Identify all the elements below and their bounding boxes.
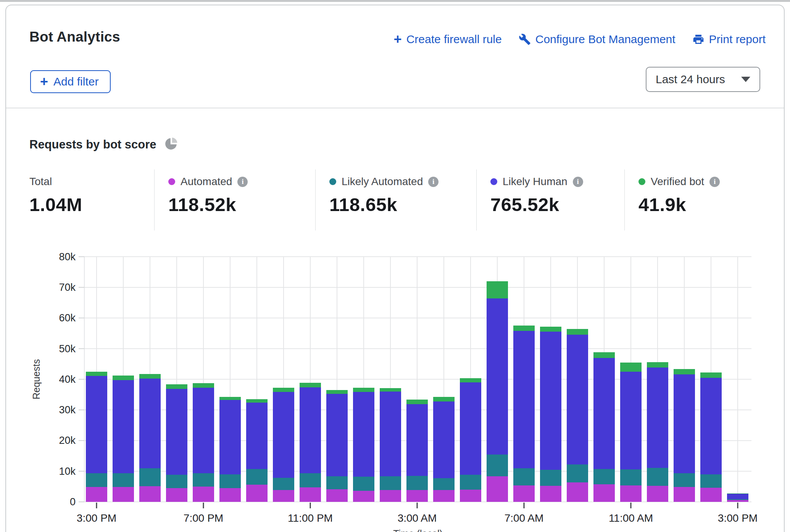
- chart-bar[interactable]: [513, 326, 535, 502]
- chart-bar[interactable]: [86, 372, 107, 502]
- stat-likely-automated: Likely Automated i 118.65k: [315, 169, 476, 231]
- chart-bar[interactable]: [460, 378, 481, 502]
- svg-text:3:00 PM: 3:00 PM: [77, 512, 116, 524]
- stat-likely-automated-value: 118.65k: [329, 194, 476, 215]
- add-filter-label: Add filter: [53, 75, 98, 88]
- header-divider: [6, 108, 784, 108]
- requests-by-bot-score-chart[interactable]: 010k20k30k40k50k60k70k80k3:00 PM7:00 PM1…: [6, 239, 790, 532]
- svg-text:60k: 60k: [59, 312, 76, 324]
- time-range-select[interactable]: Last 24 hours: [646, 67, 760, 92]
- svg-text:10k: 10k: [59, 466, 76, 477]
- time-range-value: Last 24 hours: [656, 73, 741, 86]
- chart-bar[interactable]: [380, 388, 401, 502]
- chart-bar[interactable]: [433, 397, 455, 502]
- y-axis-tick-labels: 010k20k30k40k50k60k70k80k: [59, 251, 76, 508]
- header-actions: + Create firewall rule Configure Bot Man…: [394, 33, 766, 46]
- stat-likely-human-label: Likely Human: [503, 176, 568, 188]
- configure-bot-management-link[interactable]: Configure Bot Management: [519, 33, 676, 46]
- svg-text:0: 0: [70, 496, 76, 508]
- verified-bot-dot-icon: [638, 178, 645, 185]
- add-filter-button[interactable]: + Add filter: [30, 70, 111, 93]
- svg-text:3:00 AM: 3:00 AM: [398, 512, 437, 524]
- print-report-label: Print report: [709, 33, 766, 46]
- printer-icon: [692, 33, 705, 45]
- stat-verified-bot-value: 41.9k: [638, 194, 762, 215]
- bot-analytics-card: Bot Analytics + Create firewall rule Con…: [5, 5, 785, 532]
- wrench-icon: [519, 33, 531, 45]
- stat-likely-human: Likely Human i 765.52k: [476, 169, 624, 231]
- stat-total-label: Total: [29, 176, 52, 188]
- chevron-down-icon: [741, 77, 750, 82]
- svg-text:70k: 70k: [59, 282, 76, 293]
- section-title-row: Requests by bot score: [29, 137, 178, 153]
- svg-text:30k: 30k: [59, 404, 76, 416]
- chart-bar[interactable]: [620, 363, 642, 502]
- stat-verified-bot-label: Verified bot: [651, 176, 704, 188]
- svg-text:20k: 20k: [59, 435, 76, 446]
- chart-bar[interactable]: [246, 399, 268, 502]
- chart-bar[interactable]: [273, 388, 294, 502]
- likely-human-dot-icon: [490, 178, 497, 185]
- svg-text:11:00 PM: 11:00 PM: [288, 512, 333, 524]
- chart-bar[interactable]: [139, 374, 161, 502]
- svg-text:40k: 40k: [59, 374, 76, 385]
- svg-text:7:00 PM: 7:00 PM: [184, 512, 223, 524]
- chart-bar[interactable]: [487, 281, 508, 502]
- svg-text:80k: 80k: [59, 251, 76, 263]
- configure-bot-management-label: Configure Bot Management: [535, 33, 676, 46]
- stat-automated-value: 118.52k: [168, 194, 315, 215]
- stats-row: Total 1.04M Automated i 118.52k Likely A…: [29, 169, 770, 231]
- chart-bar[interactable]: [193, 383, 214, 502]
- create-firewall-rule-label: Create firewall rule: [406, 33, 502, 46]
- automated-dot-icon: [168, 178, 175, 185]
- create-firewall-rule-link[interactable]: + Create firewall rule: [394, 33, 502, 46]
- svg-text:7:00 AM: 7:00 AM: [505, 512, 544, 524]
- chart-bar[interactable]: [700, 372, 722, 502]
- chart-bar[interactable]: [647, 362, 668, 502]
- chart-bar[interactable]: [219, 397, 241, 502]
- chart-bar[interactable]: [406, 400, 428, 502]
- chart-bar[interactable]: [300, 383, 321, 502]
- stat-total-value: 1.04M: [29, 194, 154, 215]
- stat-total: Total 1.04M: [29, 169, 154, 231]
- info-icon[interactable]: i: [428, 177, 439, 187]
- stat-automated: Automated i 118.52k: [154, 169, 315, 231]
- info-icon[interactable]: i: [573, 177, 583, 187]
- stat-likely-automated-label: Likely Automated: [342, 176, 423, 188]
- likely-automated-dot-icon: [329, 178, 336, 185]
- chart-bar[interactable]: [674, 369, 695, 502]
- stat-verified-bot: Verified bot i 41.9k: [624, 169, 762, 231]
- chart-bar[interactable]: [567, 329, 588, 502]
- chart-bar[interactable]: [113, 376, 134, 502]
- svg-text:Requests: Requests: [31, 359, 42, 400]
- stat-likely-human-value: 765.52k: [490, 194, 624, 215]
- chart-bar[interactable]: [727, 493, 748, 502]
- svg-text:50k: 50k: [59, 343, 76, 355]
- pie-chart-icon: [164, 137, 178, 153]
- print-report-link[interactable]: Print report: [692, 33, 766, 46]
- page-top-divider: [0, 0, 790, 2]
- stat-automated-label: Automated: [181, 176, 232, 188]
- plus-icon: +: [394, 34, 402, 45]
- info-icon[interactable]: i: [237, 177, 248, 187]
- chart-bar[interactable]: [166, 384, 187, 502]
- svg-text:11:00 AM: 11:00 AM: [609, 512, 653, 524]
- chart-bar[interactable]: [326, 390, 348, 502]
- chart-bar[interactable]: [540, 327, 561, 502]
- chart-bar[interactable]: [593, 352, 615, 502]
- svg-text:Time (local): Time (local): [393, 528, 443, 532]
- chart-bar[interactable]: [353, 388, 374, 502]
- section-title: Requests by bot score: [29, 138, 156, 152]
- svg-text:3:00 PM: 3:00 PM: [718, 512, 758, 524]
- page-title: Bot Analytics: [29, 29, 120, 45]
- plus-icon: +: [40, 76, 48, 87]
- x-axis-tick-labels: 3:00 PM7:00 PM11:00 PM3:00 AM7:00 AM11:0…: [77, 503, 758, 524]
- info-icon[interactable]: i: [709, 177, 720, 187]
